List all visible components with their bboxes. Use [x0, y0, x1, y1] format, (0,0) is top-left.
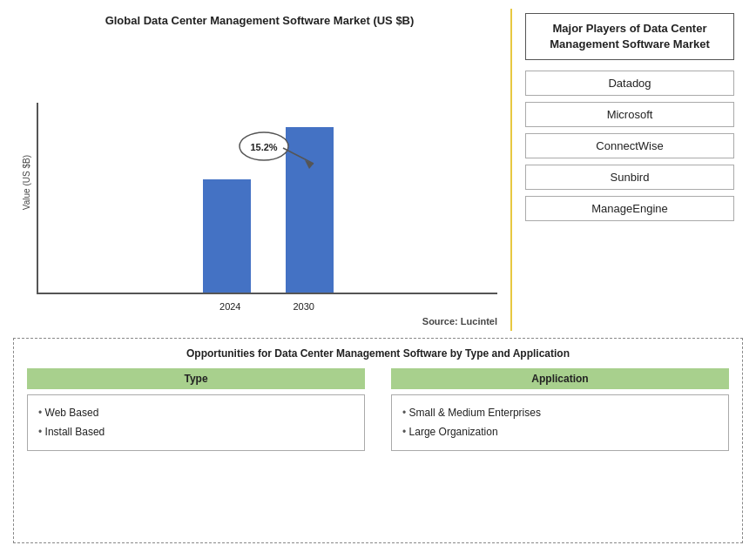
player-sunbird: Sunbird — [525, 165, 734, 190]
growth-callout-container: 15.2% — [231, 129, 335, 181]
application-header: Application — [391, 368, 729, 389]
application-content: Small & Medium Enterprises Large Organiz… — [391, 394, 729, 451]
source-label: Source: Lucintel — [37, 316, 497, 326]
player-datadog: Datadog — [525, 71, 734, 96]
callout-arrow-svg: 15.2% — [231, 129, 335, 181]
type-header: Type — [27, 368, 365, 389]
chart-section: Global Data Center Management Software M… — [13, 9, 506, 331]
vertical-divider — [510, 9, 512, 331]
bar-2024 — [203, 179, 251, 293]
y-axis-label: Value (US $B) — [22, 155, 31, 210]
app-item-sme: Small & Medium Enterprises — [402, 404, 718, 423]
player-connectwise: ConnectWise — [525, 133, 734, 158]
svg-text:15.2%: 15.2% — [251, 142, 278, 152]
bars-container: 15.2% — [37, 103, 497, 294]
player-manageengine: ManageEngine — [525, 196, 734, 221]
x-label-2024: 2024 — [219, 301, 240, 312]
bottom-columns: Type Web Based Install Based Application… — [27, 368, 729, 451]
application-column: Application Small & Medium Enterprises L… — [391, 368, 729, 451]
svg-line-2 — [283, 148, 314, 164]
bar-group-2024 — [203, 179, 251, 293]
players-title: Major Players of Data Center Management … — [525, 13, 734, 60]
type-item-web: Web Based — [38, 404, 354, 423]
type-column: Type Web Based Install Based — [27, 368, 365, 451]
type-item-install: Install Based — [38, 423, 354, 442]
type-content: Web Based Install Based — [27, 394, 365, 451]
player-microsoft: Microsoft — [525, 102, 734, 127]
players-section: Major Players of Data Center Management … — [516, 9, 743, 331]
opportunities-section: Opportunities for Data Center Management… — [13, 338, 743, 543]
chart-title: Global Data Center Management Software M… — [105, 13, 415, 29]
x-label-2030: 2030 — [294, 301, 314, 312]
opportunities-title: Opportunities for Data Center Management… — [27, 347, 729, 360]
app-item-large: Large Organization — [402, 423, 718, 442]
